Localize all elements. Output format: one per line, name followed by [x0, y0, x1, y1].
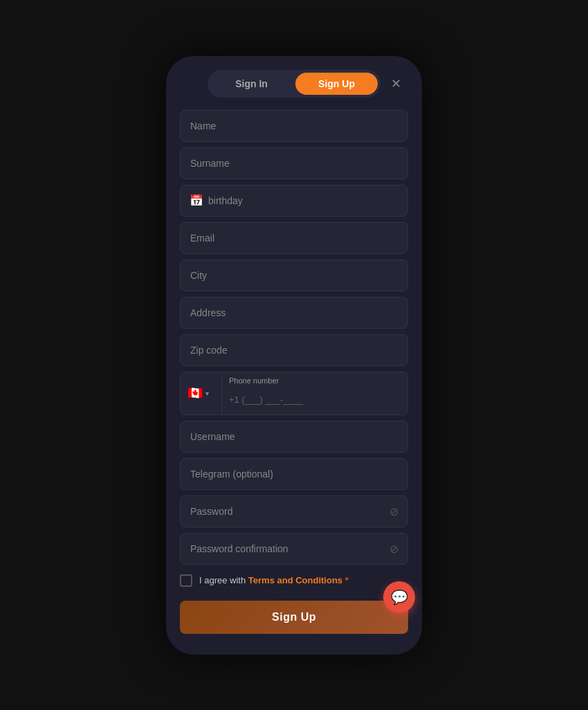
chat-icon: 💬	[391, 589, 408, 606]
birthday-input[interactable]	[180, 185, 408, 217]
zipcode-input[interactable]	[180, 334, 408, 366]
flag-icon: 🇨🇦	[187, 385, 203, 401]
phone-field-wrapper: 🇨🇦 ▾ Phone number	[180, 372, 408, 415]
password-confirm-input[interactable]	[180, 533, 408, 565]
signin-tab[interactable]: Sign In	[210, 73, 293, 95]
terms-checkbox[interactable]	[180, 574, 192, 587]
phone-input[interactable]	[222, 385, 407, 415]
modal-content: Sign In Sign Up ✕ 📅 🇨🇦 ▾	[166, 70, 422, 634]
country-selector[interactable]: 🇨🇦 ▾	[181, 372, 222, 415]
email-input[interactable]	[180, 222, 408, 254]
terms-text: I agree with Terms and Conditions *	[199, 575, 349, 585]
birthday-field: 📅	[180, 185, 408, 217]
signup-form: 📅 🇨🇦 ▾ Phone number	[180, 110, 408, 634]
terms-required: *	[342, 575, 349, 585]
city-input[interactable]	[180, 260, 408, 291]
terms-row: I agree with Terms and Conditions *	[180, 573, 408, 588]
calendar-icon: 📅	[190, 194, 203, 207]
surname-input[interactable]	[180, 147, 408, 179]
tab-bar: Sign In Sign Up ✕	[208, 70, 380, 98]
signup-button[interactable]: Sign Up	[180, 601, 408, 634]
signup-tab[interactable]: Sign Up	[295, 73, 378, 95]
close-button[interactable]: ✕	[391, 76, 401, 91]
phone-frame: Sign In Sign Up ✕ 📅 🇨🇦 ▾	[166, 56, 422, 655]
address-input[interactable]	[180, 297, 408, 329]
telegram-input[interactable]	[180, 458, 408, 490]
password-field: ⊘	[180, 495, 408, 527]
username-input[interactable]	[180, 421, 408, 453]
phone-label: Phone number	[222, 372, 407, 385]
password-confirm-field: ⊘	[180, 533, 408, 565]
chevron-down-icon: ▾	[205, 390, 209, 397]
terms-link[interactable]: Terms and Conditions	[248, 575, 342, 585]
password-confirm-eye-icon[interactable]: ⊘	[389, 542, 398, 555]
name-input[interactable]	[180, 110, 408, 142]
terms-prefix: I agree with	[199, 575, 248, 585]
password-input[interactable]	[180, 495, 408, 527]
password-eye-icon[interactable]: ⊘	[389, 504, 398, 518]
phone-inner: Phone number	[222, 372, 407, 415]
chat-fab[interactable]: 💬	[383, 581, 415, 613]
